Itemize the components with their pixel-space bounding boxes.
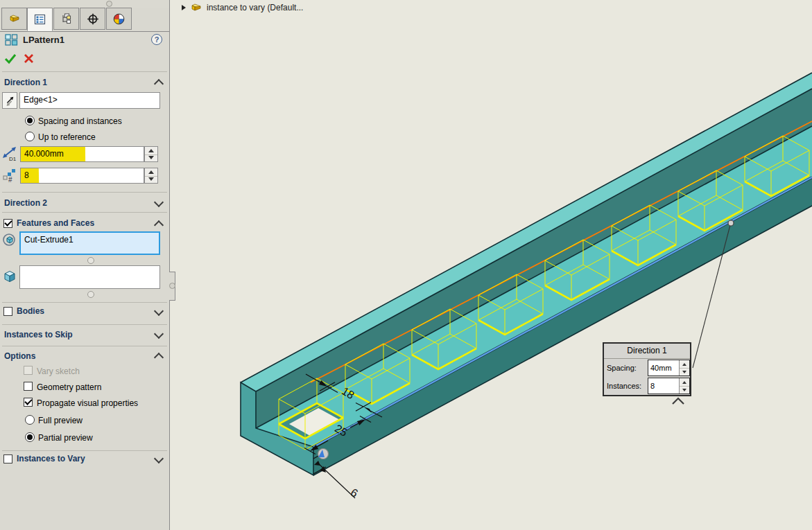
svg-text:D1: D1 [9, 156, 17, 161]
collapse-features-icon[interactable] [154, 220, 164, 230]
partial-preview-radio[interactable] [25, 432, 35, 442]
section-direction2[interactable]: Direction 2 [4, 198, 47, 208]
tree-expand-arrow-icon[interactable] [182, 5, 186, 10]
radio-spacing-label[interactable]: Spacing and instances [38, 116, 122, 126]
leader-anchor-handle[interactable] [728, 220, 734, 226]
radio-spacing-and-instances[interactable] [25, 116, 35, 125]
instances-to-vary-checkbox[interactable] [3, 454, 12, 463]
radio-reference-label[interactable]: Up to reference [38, 132, 96, 142]
spacing-spinner[interactable] [144, 146, 158, 162]
propagate-visual-checkbox[interactable] [24, 398, 33, 407]
pattern-drag-handle[interactable] [318, 449, 329, 459]
collapse-direction1-icon[interactable] [154, 79, 164, 89]
direction1-edge-value[interactable]: Edge<1> [24, 95, 58, 105]
features-and-faces-checkbox[interactable] [3, 219, 12, 228]
panel-splitter[interactable] [169, 272, 175, 301]
geometry-pattern-checkbox[interactable] [24, 382, 33, 391]
tree-item-label[interactable]: instance to vary (Default... [207, 3, 303, 12]
full-preview-label[interactable]: Full preview [38, 416, 83, 425]
tab-dimxpertmanager[interactable] [80, 8, 105, 30]
propagate-visual-label[interactable]: Propagate visual properties [37, 398, 138, 408]
model-scene: 18 25 [170, 0, 812, 530]
section-instances-to-skip[interactable]: Instances to Skip [4, 330, 73, 339]
web-top-face[interactable] [256, 126, 812, 447]
spinner-down-icon[interactable] [680, 386, 689, 394]
listbox-resize-handle[interactable] [87, 257, 94, 264]
part-icon [9, 13, 20, 24]
vary-sketch-label: Vary sketch [37, 366, 80, 376]
callout-instances-row: Instances: 8 [604, 377, 690, 395]
callout-spacing-spinner[interactable] [679, 360, 689, 376]
full-preview-radio[interactable] [25, 415, 35, 425]
divider [2, 302, 167, 303]
property-manager-panel: LPattern1 ? Direction 1 Edge<1> Spacing … [0, 0, 170, 530]
section-direction1[interactable]: Direction 1 [4, 78, 47, 87]
displaymanager-icon [113, 13, 125, 25]
callout-collapse-chevron[interactable] [673, 398, 684, 404]
ok-button[interactable] [4, 53, 17, 64]
expand-bodies-icon[interactable] [154, 306, 164, 316]
callout-spacing-row: Spacing: 40mm [604, 359, 690, 377]
reverse-direction-button[interactable] [2, 92, 17, 109]
features-selection-list[interactable]: Cut-Extrude1 [19, 231, 160, 255]
wall-inner-face[interactable] [256, 89, 812, 428]
svg-text:#: # [8, 176, 12, 183]
graphics-viewport[interactable]: 18 25 [170, 0, 812, 530]
callout-title: Direction 1 [604, 344, 690, 359]
divider [2, 324, 167, 325]
expand-direction2-icon[interactable] [154, 197, 164, 207]
splitter-grip-icon[interactable] [169, 283, 175, 289]
count-spinner[interactable] [144, 168, 158, 184]
divider [2, 212, 167, 213]
listbox-resize-handle[interactable] [87, 291, 94, 298]
spacing-value[interactable]: 40.000mm [24, 149, 64, 159]
spacing-d1-icon: D1 [1, 146, 18, 161]
cancel-button[interactable] [24, 53, 34, 64]
instance-count-input[interactable]: 8 [20, 168, 144, 184]
faces-selection-list[interactable] [19, 265, 160, 289]
expand-vary-icon[interactable] [154, 454, 164, 463]
divider [2, 346, 167, 346]
tab-displaymanager[interactable] [106, 8, 132, 30]
callout-spacing-value[interactable]: 40mm [648, 364, 679, 372]
spinner-down-icon[interactable] [680, 368, 689, 376]
callout-spacing-field[interactable]: 40mm [648, 360, 690, 376]
divider [2, 192, 167, 193]
dim-6-label: 6 [349, 486, 360, 500]
direction1-edge-field[interactable]: Edge<1> [19, 92, 160, 109]
spinner-down-icon[interactable] [145, 176, 157, 184]
reverse-direction-icon [4, 95, 15, 106]
help-button[interactable]: ? [151, 34, 162, 45]
partial-preview-label[interactable]: Partial preview [38, 433, 93, 443]
section-features-and-faces[interactable]: Features and Faces [17, 218, 94, 228]
callout-instances-spinner[interactable] [679, 378, 689, 394]
callout-instances-value[interactable]: 8 [648, 382, 679, 390]
instance-count-value[interactable]: 8 [24, 170, 29, 180]
instance-count-icon: # [2, 168, 19, 183]
spinner-down-icon[interactable] [145, 154, 157, 162]
splitter-grip-icon[interactable] [106, 1, 112, 7]
tab-propertymanager[interactable] [27, 8, 53, 31]
tab-featuremanager[interactable] [1, 8, 27, 30]
bodies-checkbox[interactable] [3, 307, 12, 316]
collapse-options-icon[interactable] [154, 353, 164, 362]
expand-skip-icon[interactable] [154, 329, 164, 339]
configurationmanager-icon [60, 13, 73, 24]
dimxpert-icon [87, 13, 99, 25]
features-to-pattern-icon [2, 233, 17, 247]
vary-sketch-checkbox [24, 366, 33, 375]
feature-tree-flyout[interactable]: instance to vary (Default... [182, 2, 303, 13]
direction1-callout: Direction 1 Spacing: 40mm Instances: 8 [603, 342, 691, 396]
linear-pattern-icon [5, 34, 18, 46]
radio-up-to-reference[interactable] [25, 132, 35, 141]
selected-feature-item[interactable]: Cut-Extrude1 [24, 235, 74, 245]
geometry-pattern-label[interactable]: Geometry pattern [37, 382, 101, 392]
section-instances-to-vary[interactable]: Instances to Vary [17, 454, 85, 463]
count-highlight-marker [21, 168, 39, 184]
callout-spacing-label: Spacing: [604, 364, 648, 372]
tab-configurationmanager[interactable] [53, 8, 79, 30]
callout-instances-field[interactable]: 8 [648, 378, 690, 394]
spacing-input[interactable]: 40.000mm [20, 146, 144, 162]
section-options[interactable]: Options [4, 351, 35, 361]
section-bodies[interactable]: Bodies [17, 306, 44, 316]
